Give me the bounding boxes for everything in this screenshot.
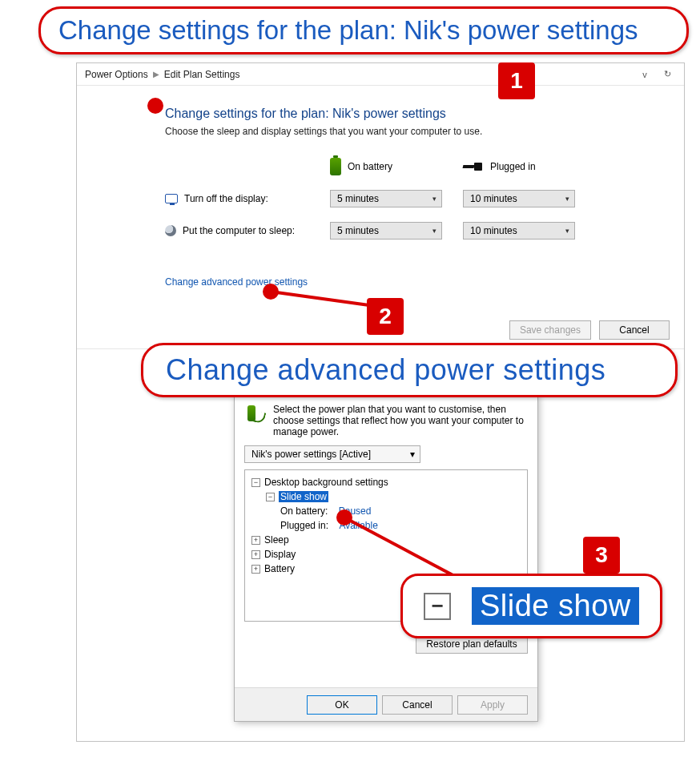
breadcrumb-edit-plan[interactable]: Edit Plan Settings — [164, 69, 240, 80]
ok-button[interactable]: OK — [307, 695, 377, 715]
chevron-down-icon: ▾ — [565, 227, 569, 235]
callout-badge-1: 1 — [498, 62, 535, 99]
row-put-to-sleep: Put the computer to sleep: — [165, 225, 309, 236]
dialog-footer: OK Cancel Apply — [235, 687, 537, 721]
chevron-down-icon[interactable]: v — [636, 70, 654, 79]
chevron-down-icon: ▾ — [565, 195, 569, 203]
chevron-right-icon: ▶ — [153, 70, 159, 79]
battery-icon — [330, 158, 341, 175]
display-battery-dropdown[interactable]: 5 minutes ▾ — [330, 190, 442, 207]
collapse-icon[interactable]: − — [251, 478, 260, 487]
expand-icon[interactable]: + — [251, 550, 260, 559]
callout-3-pill: − Slide show — [400, 574, 662, 638]
plan-select-value: Nik's power settings [Active] — [251, 449, 371, 460]
dialog-description: Select the power plan that you want to c… — [273, 404, 528, 437]
breadcrumb-bar: Power Options ▶ Edit Plan Settings v ↻ — [77, 63, 684, 86]
sleep-battery-value: 5 minutes — [337, 225, 379, 236]
dialog-cancel-button[interactable]: Cancel — [382, 695, 453, 715]
plan-title: Change settings for the plan: Nik's powe… — [165, 107, 660, 121]
callout-dot-3 — [336, 509, 352, 525]
callout-badge-3: 3 — [583, 537, 620, 574]
collapse-icon[interactable]: − — [266, 493, 275, 501]
tree-on-battery-label: On battery: — [280, 505, 328, 517]
callout-dot-2 — [263, 284, 279, 300]
callout-dot-1 — [147, 98, 163, 114]
callout-2-text: Change advanced power settings — [141, 343, 678, 397]
tree-display[interactable]: Display — [264, 549, 296, 560]
sleep-battery-dropdown[interactable]: 5 minutes ▾ — [330, 222, 442, 240]
col-battery-label: On battery — [348, 161, 392, 172]
settings-grid: On battery Plugged in Turn off the displ… — [165, 158, 660, 240]
power-plan-icon — [244, 404, 265, 425]
collapse-icon: − — [424, 593, 451, 620]
display-plugged-value: 10 minutes — [470, 193, 517, 204]
expand-icon[interactable]: + — [251, 536, 260, 545]
plan-content: Change settings for the plan: Nik's powe… — [77, 86, 684, 288]
callout-1-text: Change settings for the plan: Nik's powe… — [38, 6, 689, 54]
row-turn-off-display: Turn off the display: — [165, 193, 309, 204]
col-on-battery: On battery — [330, 158, 442, 175]
tree-battery[interactable]: Battery — [264, 563, 295, 574]
plan-subtitle: Choose the sleep and display settings th… — [165, 126, 660, 137]
chevron-down-icon: ▾ — [432, 227, 436, 235]
row-display-label: Turn off the display: — [184, 193, 268, 204]
change-advanced-link[interactable]: Change advanced power settings — [165, 276, 308, 288]
moon-icon — [165, 225, 176, 236]
tree-slide-show[interactable]: Slide show — [279, 491, 328, 502]
save-changes-button[interactable]: Save changes — [509, 320, 591, 340]
expand-icon[interactable]: + — [251, 565, 260, 574]
col-plugged-label: Plugged in — [490, 161, 536, 172]
tree-sleep[interactable]: Sleep — [264, 534, 289, 546]
apply-button[interactable]: Apply — [457, 695, 528, 715]
chevron-down-icon: ▾ — [410, 449, 415, 460]
display-battery-value: 5 minutes — [337, 193, 379, 204]
refresh-icon[interactable]: ↻ — [658, 69, 676, 79]
tree-plugged-label: Plugged in: — [280, 520, 328, 531]
callout-3-text: Slide show — [472, 587, 639, 625]
plan-select-dropdown[interactable]: Nik's power settings [Active] ▾ — [244, 445, 420, 463]
sleep-plugged-dropdown[interactable]: 10 minutes ▾ — [463, 222, 575, 240]
cancel-button[interactable]: Cancel — [599, 320, 670, 340]
callout-badge-2: 2 — [367, 298, 404, 335]
advanced-power-dialog: Select the power plan that you want to c… — [234, 395, 538, 722]
display-icon — [165, 194, 178, 203]
tree-desktop-bg[interactable]: Desktop background settings — [264, 477, 388, 488]
sleep-plugged-value: 10 minutes — [470, 225, 517, 236]
breadcrumb-power-options[interactable]: Power Options — [85, 69, 148, 80]
row-sleep-label: Put the computer to sleep: — [183, 225, 295, 236]
display-plugged-dropdown[interactable]: 10 minutes ▾ — [463, 190, 575, 207]
plug-icon — [463, 162, 484, 171]
col-plugged-in: Plugged in — [463, 161, 575, 172]
chevron-down-icon: ▾ — [432, 195, 436, 203]
